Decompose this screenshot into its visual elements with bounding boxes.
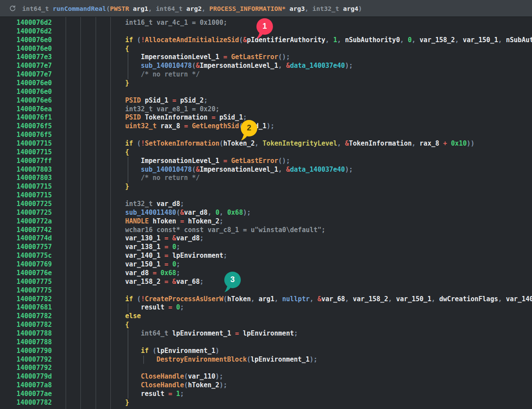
- code-line[interactable]: 1400076eaint32_t var_e8_1 = 0x20;: [0, 105, 532, 114]
- reanalyze-icon[interactable]: [9, 4, 17, 12]
- address: 140007803: [17, 166, 52, 174]
- code-text: HANDLE hToken = hToken_2;: [125, 217, 223, 226]
- code-token: = &: [164, 234, 176, 242]
- address: 140007788: [17, 338, 52, 347]
- address: 140007757: [17, 243, 52, 252]
- code-token: PSID: [125, 113, 145, 121]
- code-line[interactable]: 140007681result = 0;: [0, 303, 532, 312]
- code-line[interactable]: 140007782if (!CreateProcessAsUserW(hToke…: [0, 295, 532, 304]
- code-line[interactable]: 140007715{: [0, 148, 532, 157]
- code-token: int64_t: [156, 5, 183, 12]
- code-text: DestroyEnvironmentBlock(lpEnvironment_1)…: [156, 356, 317, 364]
- indent-guide: [128, 157, 128, 166]
- code-token: SetTokenInformation: [145, 140, 219, 147]
- code-token: if: [125, 140, 133, 147]
- code-token: int64_t: [22, 5, 53, 12]
- code-line[interactable]: 140007742wchar16 const* const var_c8_1 =…: [0, 226, 532, 235]
- code-line[interactable]: 1400076e6PSID pSid_1 = pSid_2;: [0, 96, 532, 105]
- code-token: lpEnvironment: [172, 252, 223, 259]
- code-token: ;: [219, 217, 223, 225]
- code-line[interactable]: 14000774dvar_130_1 = &var_d8;: [0, 234, 532, 243]
- code-line[interactable]: 1400076f5uint32_t rax_8 = GetLengthSid(p…: [0, 122, 532, 131]
- code-token: = &: [164, 278, 176, 286]
- code-line[interactable]: 1400077aeresult = 1;: [0, 390, 532, 399]
- code-line[interactable]: 1400076e0{: [0, 45, 532, 53]
- address: 140007788: [17, 329, 52, 338]
- code-token: var_158_2: [353, 295, 388, 303]
- code-line[interactable]: 140007782}: [0, 399, 532, 407]
- address: 1400077e7: [17, 62, 52, 70]
- code-line[interactable]: 140007725sub_140011480(&var_d8, 0, 0x68)…: [0, 209, 532, 217]
- code-token: var_140_1: [506, 295, 532, 303]
- code-token: AllocateAndInitializeSid: [145, 36, 239, 44]
- code-token: =: [168, 390, 176, 398]
- code-line[interactable]: 140007803sub_140010478(&ImpersonationLev…: [0, 166, 532, 174]
- code-line[interactable]: 140007788: [0, 338, 532, 347]
- code-text: var_158_2 = &var_68;: [125, 278, 204, 286]
- code-line[interactable]: 1400077a8CloseHandle(hToken_2);: [0, 381, 532, 390]
- code-text: /* no return */: [141, 70, 200, 79]
- code-line[interactable]: 1400076f5: [0, 131, 532, 140]
- code-token: ,: [455, 36, 463, 44]
- code-line[interactable]: 140007792DestroyEnvironmentBlock(lpEnvir…: [0, 356, 532, 364]
- code-token: );: [216, 372, 223, 380]
- code-line[interactable]: 140007775var_158_2 = &var_68;: [0, 278, 532, 286]
- code-token: );: [309, 356, 317, 363]
- code-token: data_140037e40: [290, 62, 345, 70]
- code-line[interactable]: 1400077e3ImpersonationLevel_1 = GetLastE…: [0, 53, 532, 62]
- code-line[interactable]: 140007769var_150_1 = 0;: [0, 260, 532, 269]
- code-line[interactable]: 140007715: [0, 191, 532, 200]
- code-token: );: [345, 62, 353, 70]
- code-token: ;: [176, 243, 180, 251]
- code-token: 0: [216, 209, 219, 216]
- code-line[interactable]: 140007788int64_t lpEnvironment_1 = lpEnv…: [0, 329, 532, 338]
- code-line[interactable]: 140007782else: [0, 312, 532, 321]
- code-token: ,: [219, 209, 227, 216]
- code-token: ,: [148, 5, 156, 12]
- code-line[interactable]: 1400077e7/* no return */: [0, 70, 532, 79]
- code-token: lpEnvironment_1: [251, 356, 309, 363]
- code-token: var_138_1: [125, 243, 164, 251]
- code-token: var_d8: [156, 200, 180, 208]
- code-token: int32_t: [125, 200, 156, 208]
- code-token: var_130_1: [125, 234, 164, 242]
- code-token: var_158_2: [125, 278, 164, 286]
- code-line[interactable]: 1400077e7sub_140010478(&ImpersonationLev…: [0, 62, 532, 70]
- code-line[interactable]: 1400076f1PSID TokenInformation = pSid_1;: [0, 113, 532, 122]
- code-line[interactable]: 14000779dCloseHandle(var_110);: [0, 372, 532, 381]
- code-line[interactable]: 140007715if (!SetTokenInformation(hToken…: [0, 140, 532, 148]
- code-line[interactable]: 140007782{: [0, 321, 532, 329]
- code-token: ,: [274, 295, 282, 303]
- code-line[interactable]: 140007790if (lpEnvironment_1): [0, 347, 532, 356]
- code-line[interactable]: 14000776evar_d8 = 0x68;: [0, 269, 532, 278]
- code-text: int64_t lpEnvironment_1 = lpEnvironment;: [141, 329, 298, 338]
- code-token: );: [345, 166, 353, 173]
- address: 140007792: [17, 356, 52, 364]
- code-token: data_140037e40: [290, 166, 345, 173]
- code-line[interactable]: 14000772aHANDLE hToken = hToken_2;: [0, 217, 532, 226]
- address: 140007715: [17, 140, 52, 148]
- code-text: {: [125, 45, 129, 53]
- code-line[interactable]: 14000775cvar_140_1 = lpEnvironment;: [0, 252, 532, 260]
- code-token: result: [141, 303, 168, 311]
- code-token: ,: [337, 140, 345, 147]
- code-line[interactable]: 1400077ffImpersonationLevel_1 = GetLastE…: [0, 157, 532, 166]
- code-token: }: [125, 183, 129, 190]
- code-line[interactable]: 140007792: [0, 364, 532, 372]
- code-token: );: [266, 122, 274, 130]
- annotation-badge-1: 1: [255, 18, 274, 40]
- code-token: CloseHandle: [141, 372, 184, 380]
- code-token: pSid_2: [180, 96, 203, 104]
- code-token: (: [133, 295, 141, 303]
- code-line[interactable]: 140007775: [0, 286, 532, 295]
- code-token: !: [141, 36, 145, 44]
- code-token: ();: [278, 157, 290, 165]
- code-line[interactable]: 1400076e0: [0, 88, 532, 96]
- code-line[interactable]: 1400076e0}: [0, 79, 532, 88]
- code-line[interactable]: 140007725int32_t var_d8;: [0, 200, 532, 209]
- code-line[interactable]: 140007757var_138_1 = 0;: [0, 243, 532, 252]
- address: 140007775: [17, 286, 52, 295]
- code-token: ,: [278, 166, 286, 173]
- code-line[interactable]: 140007803/* no return */: [0, 174, 532, 183]
- code-line[interactable]: 140007715}: [0, 183, 532, 191]
